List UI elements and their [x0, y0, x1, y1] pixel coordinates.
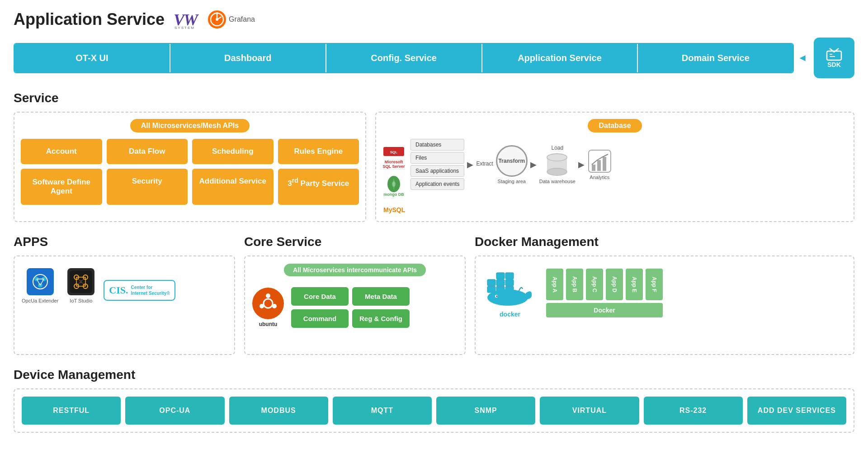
docker-app-b[interactable]: App B	[566, 269, 583, 300]
device-btn-adddev[interactable]: ADD DEV SERVICES	[747, 397, 846, 425]
core-pill: All Microservices intercommunicate APIs	[284, 264, 426, 276]
database-pill: Database	[588, 119, 642, 132]
opcua-icon	[27, 268, 54, 295]
core-section: Core Service All Microservices intercomm…	[244, 235, 466, 355]
app-iot: IoT Studio	[67, 268, 94, 303]
svg-rect-52	[496, 279, 505, 286]
svg-rect-23	[597, 160, 601, 171]
db-logo-sqlserver: SQL Microsoft SQL Server	[382, 143, 405, 169]
docker-app-a[interactable]: App A	[546, 269, 563, 300]
bottom-row: APPS	[14, 235, 854, 355]
docker-title: Docker Management	[475, 235, 854, 249]
ubuntu-label: ubuntu	[252, 321, 284, 327]
etl-arrow-3: ▶	[578, 160, 585, 170]
device-btn-mqtt[interactable]: MQTT	[333, 397, 432, 425]
apps-box: OpcUa Extender	[14, 255, 235, 355]
docker-bottom-bar[interactable]: Docker	[546, 303, 663, 317]
nav-sdk-wrapper: ◄ SDK	[797, 38, 854, 78]
service-btn-account[interactable]: Account	[21, 139, 102, 164]
service-btn-sda[interactable]: Software Define Agent	[21, 169, 102, 205]
svg-rect-53	[505, 279, 514, 286]
device-section: Device Management RESTFUL OPC-UA MODBUS …	[14, 368, 854, 433]
microservices-pill: All Microservices/Mesh APIs	[130, 119, 250, 132]
db-logo-mongodb: mongo DB	[383, 176, 404, 197]
device-btn-virtual[interactable]: VIRTUAL	[540, 397, 639, 425]
device-title: Device Management	[14, 368, 854, 382]
cis-logo: CIS.	[109, 284, 128, 296]
docker-whale-icon	[483, 268, 537, 309]
service-btn-rulesengine[interactable]: Rules Engine	[278, 139, 359, 164]
service-btn-additional[interactable]: Additional Service	[192, 169, 274, 205]
svg-rect-24	[603, 157, 606, 171]
svg-rect-54	[496, 273, 505, 279]
nav-item-domain-service[interactable]: Domain Service	[638, 44, 793, 72]
docker-app-buttons-row: App A App B App C App D App E App F	[546, 269, 663, 300]
core-content: ubuntu Core Data Meta Data Command Reg &…	[252, 287, 458, 328]
core-btn-command[interactable]: Command	[291, 309, 349, 328]
device-btn-opcua[interactable]: OPC-UA	[125, 397, 224, 425]
device-grid: RESTFUL OPC-UA MODBUS MQTT SNMP VIRTUAL …	[14, 388, 854, 433]
service-btn-scheduling[interactable]: Scheduling	[192, 139, 274, 164]
svg-rect-32	[70, 270, 92, 293]
nav-item-otx-ui[interactable]: OT-X UI	[14, 44, 170, 72]
ubuntu-icon	[252, 288, 284, 319]
nav-item-config-service[interactable]: Config. Service	[326, 44, 482, 72]
docker-apps-container: App A App B App C App D App E App F Dock…	[546, 269, 663, 317]
sdk-box[interactable]: SDK	[814, 38, 854, 78]
sdk-label: SDK	[827, 61, 841, 68]
nav-arrow-icon: ◄	[797, 52, 807, 64]
docker-label: docker	[483, 311, 537, 318]
ubuntu-container: ubuntu	[252, 288, 284, 327]
db-wrapper: SQL Microsoft SQL Server mongo DB	[382, 139, 847, 215]
database-panel: Database SQL Microsoft SQL Server	[375, 112, 854, 222]
data-warehouse-icon	[545, 153, 570, 178]
svg-rect-55	[505, 273, 514, 279]
cis-text: Center forInternet Security®	[131, 284, 170, 296]
service-grid: Account Data Flow Scheduling Rules Engin…	[21, 139, 359, 205]
db-logos-col: SQL Microsoft SQL Server mongo DB	[382, 139, 405, 215]
core-btn-coredata[interactable]: Core Data	[291, 287, 349, 306]
iot-icon	[67, 268, 94, 295]
microservices-panel: All Microservices/Mesh APIs Account Data…	[14, 112, 366, 222]
apps-logos: OpcUa Extender	[22, 264, 227, 303]
device-btn-snmp[interactable]: SNMP	[436, 397, 535, 425]
core-title: Core Service	[244, 235, 466, 249]
core-btn-metadata[interactable]: Meta Data	[352, 287, 410, 306]
etl-extract: Extract	[476, 161, 493, 169]
nav-item-dashboard[interactable]: Dashboard	[170, 44, 326, 72]
svg-point-19	[547, 168, 567, 175]
docker-icon-container: docker	[483, 268, 537, 318]
etl-arrow-2: ▶	[530, 160, 537, 170]
svg-point-56	[487, 289, 528, 306]
service-btn-security[interactable]: Security	[107, 169, 188, 205]
header-logos: V W SYSTEM Grafana	[174, 9, 255, 29]
svg-text:SYSTEM: SYSTEM	[175, 26, 195, 29]
svg-text:SQL: SQL	[390, 150, 398, 154]
core-btn-regconfig[interactable]: Reg & Config	[352, 309, 410, 328]
vsystem-logo: V W SYSTEM	[174, 9, 201, 29]
device-btn-rs232[interactable]: RS-232	[644, 397, 743, 425]
docker-app-d[interactable]: App D	[606, 269, 623, 300]
core-box: All Microservices intercommunicate APIs	[244, 255, 466, 355]
svg-point-15	[392, 181, 396, 187]
etl-transform: Transform Staging area	[496, 145, 528, 184]
page-title: Application Service	[14, 10, 165, 29]
docker-content: docker App A App B App C App D App E App…	[483, 264, 846, 318]
docker-app-f[interactable]: App F	[646, 269, 663, 300]
device-btn-restful[interactable]: RESTFUL	[22, 397, 121, 425]
svg-point-7	[216, 18, 218, 21]
service-btn-3rdparty[interactable]: 3rd Party Service	[278, 169, 359, 205]
grafana-logo: Grafana	[208, 10, 255, 28]
opcua-label: OpcUa Extender	[22, 298, 58, 303]
nav-bar-container: OT-X UI Dashboard Config. Service Applic…	[14, 38, 854, 78]
service-btn-dataflow[interactable]: Data Flow	[107, 139, 188, 164]
svg-point-46	[259, 304, 264, 308]
app-cis: CIS. Center forInternet Security®	[104, 280, 175, 303]
device-btn-modbus[interactable]: MODBUS	[229, 397, 328, 425]
docker-app-e[interactable]: App E	[626, 269, 643, 300]
etl-analytics: Analytics	[587, 149, 612, 180]
nav-item-application-service[interactable]: Application Service	[482, 44, 638, 72]
service-title: Service	[14, 91, 854, 105]
header: Application Service V W SYSTEM	[14, 9, 854, 29]
docker-app-c[interactable]: App C	[586, 269, 603, 300]
